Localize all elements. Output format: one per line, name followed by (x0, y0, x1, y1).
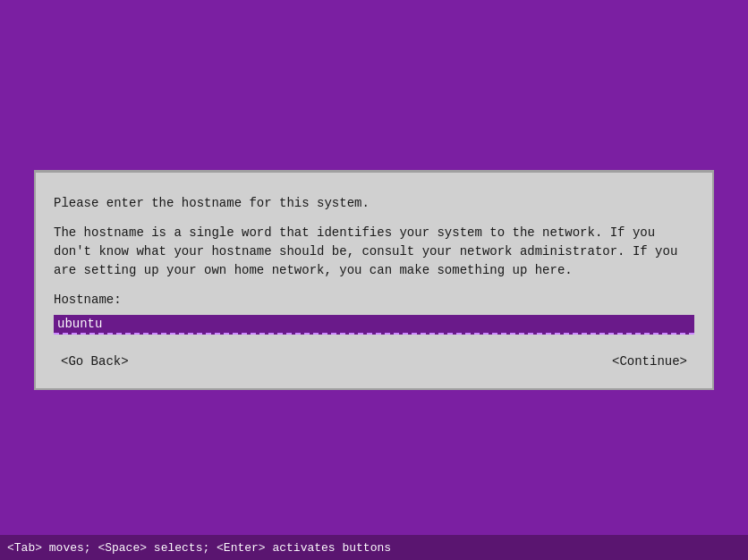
intro-text-1: Please enter the hostname for this syste… (54, 194, 694, 213)
hostname-label: Hostname: (54, 291, 694, 310)
hostname-input-wrapper (54, 315, 694, 335)
screen: [!] Configure the network Please enter t… (0, 0, 748, 560)
status-bar: <Tab> moves; <Space> selects; <Enter> ac… (0, 535, 748, 560)
go-back-button[interactable]: <Go Back> (54, 352, 136, 370)
status-bar-text: <Tab> moves; <Space> selects; <Enter> ac… (7, 541, 391, 555)
dialog-box: Please enter the hostname for this syste… (34, 171, 714, 390)
hostname-input[interactable] (54, 315, 694, 335)
continue-button[interactable]: <Continue> (605, 352, 694, 370)
dialog-wrapper: [!] Configure the network Please enter t… (34, 171, 714, 390)
intro-text-2: The hostname is a single word that ident… (54, 224, 694, 280)
dialog-content: Please enter the hostname for this syste… (54, 194, 694, 370)
dialog-buttons: <Go Back> <Continue> (54, 352, 694, 370)
